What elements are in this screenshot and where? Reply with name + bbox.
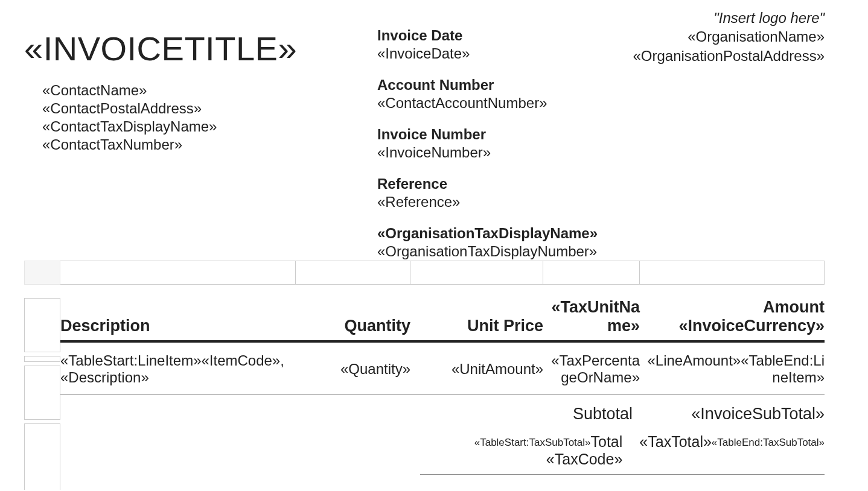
meta-reference: Reference «Reference» xyxy=(377,175,601,211)
subtotal-row: Subtotal «InvoiceSubTotal» xyxy=(420,399,825,427)
meta-org-tax: «OrganisationTaxDisplayName» «Organisati… xyxy=(377,224,601,261)
contact-postal: «ContactPostalAddress» xyxy=(42,100,359,118)
account-number-label: Account Number xyxy=(377,76,601,94)
stub-cell xyxy=(24,298,60,352)
meta-invoice-number: Invoice Number «InvoiceNumber» xyxy=(377,125,601,162)
contact-tax-display: «ContactTaxDisplayName» xyxy=(42,118,217,135)
grid-cell xyxy=(640,261,825,285)
header: «INVOICETITLE» «ContactName» «ContactPos… xyxy=(24,10,825,261)
line-items-table: Description Quantity Unit Price «TaxUnit… xyxy=(24,286,825,490)
table-stub-column xyxy=(24,286,60,490)
contact-tax-number: «ContactTaxNumber» xyxy=(42,136,182,153)
meta-account-number: Account Number «ContactAccountNumber» xyxy=(377,76,601,112)
grid-cell xyxy=(296,261,410,285)
logo-placeholder: "Insert logo here" xyxy=(619,10,825,27)
grid-cell xyxy=(410,261,543,285)
totals-section: Subtotal «InvoiceSubTotal» «TableStart:T… xyxy=(60,399,825,475)
table-header-row: Description Quantity Unit Price «TaxUnit… xyxy=(60,298,825,343)
tax-total-label: «TableStart:TaxSubTotal»Total «TaxCode» xyxy=(420,433,639,468)
stub-cell xyxy=(24,423,60,490)
stub-cell xyxy=(24,366,60,420)
th-amount: Amount «InvoiceCurrency» xyxy=(640,298,825,335)
tax-total-value: «TaxTotal»«TableEnd:TaxSubTotal» xyxy=(639,433,825,468)
invoice-date-value: «InvoiceDate» xyxy=(377,45,601,63)
th-unit-price: Unit Price xyxy=(410,317,543,335)
tax-prefix: «TableStart:TaxSubTotal» xyxy=(474,437,591,448)
account-number-value: «ContactAccountNumber» xyxy=(377,94,601,112)
reference-value: «Reference» xyxy=(377,193,601,211)
invoice-date-label: Invoice Date xyxy=(377,27,601,45)
tax-value-text: «TaxTotal» xyxy=(639,433,712,450)
tax-suffix: «TableEnd:TaxSubTotal» xyxy=(712,437,825,448)
org-tax-display-number: «OrganisationTaxDisplayNumber» xyxy=(377,242,601,261)
meta-invoice-date: Invoice Date «InvoiceDate» xyxy=(377,27,601,63)
td-tax-pct: «TaxPercentageOrName» xyxy=(543,352,640,386)
layout-grid-row xyxy=(24,261,825,285)
grid-cell xyxy=(543,261,640,285)
subtotal-value: «InvoiceSubTotal» xyxy=(649,405,825,423)
invoice-template: «INVOICETITLE» «ContactName» «ContactPos… xyxy=(0,0,868,490)
contact-name: «ContactName» xyxy=(42,81,359,100)
th-amount-line1: Amount xyxy=(763,298,825,316)
header-right: "Insert logo here" «OrganisationName» «O… xyxy=(619,10,825,261)
org-tax-display-label: «OrganisationTaxDisplayName» xyxy=(377,224,601,242)
subtotal-label: Subtotal xyxy=(420,405,649,423)
invoice-title: «INVOICETITLE» xyxy=(24,29,359,68)
td-quantity: «Quantity» xyxy=(296,361,410,378)
invoice-number-label: Invoice Number xyxy=(377,125,601,144)
reference-label: Reference xyxy=(377,175,601,193)
tax-total-row: «TableStart:TaxSubTotal»Total «TaxCode» … xyxy=(420,427,825,475)
org-name: «OrganisationName» xyxy=(619,28,825,46)
table-row: «TableStart:LineItem»«ItemCode», «Descri… xyxy=(60,343,825,395)
grid-stub-cell xyxy=(24,261,60,285)
td-line-amount: «LineAmount»«TableEnd:LineItem» xyxy=(640,352,825,386)
stub-cell xyxy=(24,356,60,362)
th-quantity: Quantity xyxy=(296,317,410,335)
th-tax: «TaxUnitName» xyxy=(543,298,640,335)
contact-block: «ContactName» «ContactPostalAddress» «Co… xyxy=(42,81,359,154)
invoice-number-value: «InvoiceNumber» xyxy=(377,144,601,162)
contact-tax: «ContactTaxDisplayName» «ContactTaxNumbe… xyxy=(42,118,359,154)
td-unit-amount: «UnitAmount» xyxy=(410,361,543,378)
td-description: «TableStart:LineItem»«ItemCode», «Descri… xyxy=(60,352,296,386)
grid-cell xyxy=(60,261,296,285)
th-description: Description xyxy=(60,317,296,335)
header-mid: Invoice Date «InvoiceDate» Account Numbe… xyxy=(377,10,601,261)
header-left: «INVOICETITLE» «ContactName» «ContactPos… xyxy=(24,10,359,261)
org-postal: «OrganisationPostalAddress» xyxy=(619,47,825,65)
th-amount-line2: «InvoiceCurrency» xyxy=(678,317,825,335)
table-main: Description Quantity Unit Price «TaxUnit… xyxy=(60,286,825,490)
